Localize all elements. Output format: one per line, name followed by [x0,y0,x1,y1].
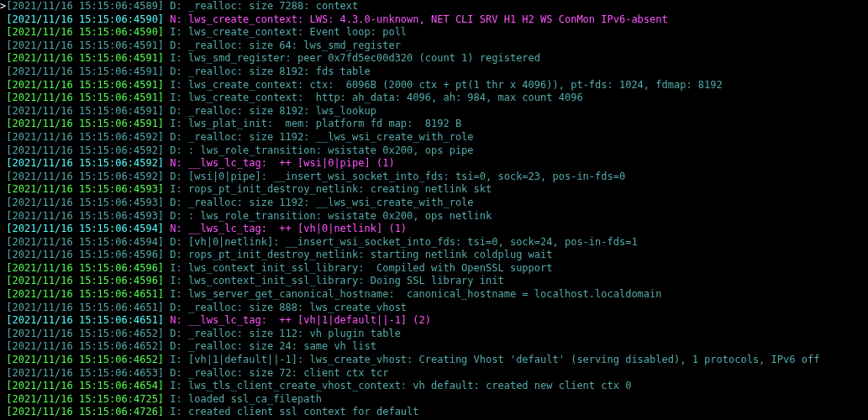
log-timestamp: [2021/11/16 15:15:06:4651] [6,314,164,326]
log-level: I: [170,354,181,365]
log-level: I: [170,79,181,91]
log-line: [2021/11/16 15:15:06:4593] D: : lws_role… [0,210,868,223]
log-message: lws_tls_client_create_vhost_context: vh … [188,380,631,391]
log-line: [2021/11/16 15:15:06:4651] D: _realloc: … [0,302,868,315]
log-level: D: [170,340,181,352]
log-timestamp: [2021/11/16 15:15:06:4651] [6,288,164,300]
log-message: loaded ssl_ca_filepath [188,393,322,405]
log-timestamp: [2021/11/16 15:15:06:4651] [6,302,164,313]
log-level: I: [170,183,181,195]
log-message: [vh|1|default||-1]: lws_create_vhost: Cr… [188,354,819,365]
log-level: N: [170,157,181,169]
log-message: : lws_role_transition: wsistate 0x200, o… [188,144,474,156]
log-message: lws_create_context: http: ah_data: 4096,… [188,92,583,103]
log-level: I: [170,92,181,103]
log-timestamp: [2021/11/16 15:15:06:4725] [6,393,164,405]
log-timestamp: [2021/11/16 15:15:06:4594] [6,236,164,248]
log-level: N: [170,314,181,326]
log-timestamp: [2021/11/16 15:15:06:4593] [6,197,164,208]
log-message: lws_context_init_ssl_library: Compiled w… [188,262,552,274]
log-timestamp: [2021/11/16 15:15:06:4653] [6,367,164,379]
log-line: [2021/11/16 15:15:06:4596] D: rops_pt_in… [0,249,868,262]
log-message: _realloc: size 1192: __lws_wsi_create_wi… [188,131,474,143]
log-level: D: [170,144,181,156]
log-level: D: [170,39,181,51]
log-timestamp: [2021/11/16 15:15:06:4591] [6,118,164,129]
log-level: I: [170,288,181,300]
log-line: [2021/11/16 15:15:06:4591] I: lws_plat_i… [0,118,868,131]
log-timestamp: [2021/11/16 15:15:06:4591] [6,39,164,51]
terminal-output: >[2021/11/16 15:15:06:4589] D: _realloc:… [0,0,868,420]
log-timestamp: [2021/11/16 15:15:06:4592] [6,131,164,143]
log-message: lws_plat_init: mem: platform fd map: 819… [188,118,461,129]
log-line: [2021/11/16 15:15:06:4652] I: [vh|1|defa… [0,354,868,367]
log-line: [2021/11/16 15:15:06:4592] N: __lws_lc_t… [0,157,868,171]
log-timestamp: [2021/11/16 15:15:06:4596] [6,249,164,260]
log-line: [2021/11/16 15:15:06:4654] I: lws_tls_cl… [0,380,868,393]
log-timestamp: [2021/11/16 15:15:06:4591] [6,92,164,103]
log-line: [2021/11/16 15:15:06:4591] D: _realloc: … [0,66,868,79]
log-timestamp: [2021/11/16 15:15:06:4596] [6,262,164,274]
log-level: I: [170,393,181,405]
log-level: D: [170,249,181,260]
log-level: I: [170,52,181,64]
log-message: lws_create_context: LWS: 4.3.0-unknown, … [188,13,668,25]
log-line: [2021/11/16 15:15:06:4594] D: [vh|0|netl… [0,236,868,249]
log-line: [2021/11/16 15:15:06:4653] D: _realloc: … [0,367,868,381]
log-level: I: [170,380,181,391]
log-level: D: [170,197,181,208]
log-message: _realloc: size 8192: lws_lookup [188,105,376,117]
log-line: [2021/11/16 15:15:06:4596] I: lws_contex… [0,275,868,288]
log-level: D: [170,328,181,339]
log-message: _realloc: size 24: same vh list [188,340,376,352]
log-line: >[2021/11/16 15:15:06:4589] D: _realloc:… [0,0,868,13]
log-message: _realloc: size 7288: context [188,0,358,12]
log-timestamp: [2021/11/16 15:15:06:4592] [6,171,164,182]
log-timestamp: [2021/11/16 15:15:06:4593] [6,210,164,222]
log-level: D: [170,105,181,117]
log-message: __lws_lc_tag: ++ [vh|1|default||-1] (2) [188,314,431,326]
log-timestamp: [2021/11/16 15:15:06:4591] [6,52,164,64]
log-level: D: [170,171,181,182]
log-timestamp: [2021/11/16 15:15:06:4652] [6,328,164,339]
log-level: I: [170,118,181,129]
log-line: [2021/11/16 15:15:06:4593] D: _realloc: … [0,197,868,210]
log-message: created client ssl context for default [188,406,419,417]
log-level: D: [170,66,181,77]
log-level: D: [170,367,181,379]
log-message: __lws_lc_tag: ++ [wsi|0|pipe] (1) [188,157,395,169]
log-level: D: [170,302,181,313]
log-timestamp: [2021/11/16 15:15:06:4589] [6,0,164,12]
log-line: [2021/11/16 15:15:06:4726] I: created cl… [0,406,868,419]
log-level: N: [170,13,181,25]
log-level: I: [170,275,181,286]
log-message: _realloc: size 8192: fds table [188,66,371,77]
log-line: [2021/11/16 15:15:06:4590] N: lws_create… [0,13,868,27]
log-line: [2021/11/16 15:15:06:4591] D: _realloc: … [0,105,868,118]
log-message: rops_pt_init_destroy_netlink: starting n… [188,249,552,260]
log-timestamp: [2021/11/16 15:15:06:4596] [6,275,164,286]
log-line: [2021/11/16 15:15:06:4652] D: _realloc: … [0,328,868,341]
log-line: [2021/11/16 15:15:06:4590] I: lws_create… [0,26,868,39]
log-timestamp: [2021/11/16 15:15:06:4591] [6,79,164,91]
log-line: [2021/11/16 15:15:06:4591] I: lws_smd_re… [0,52,868,66]
log-message: _realloc: size 1192: __lws_wsi_create_wi… [188,197,474,208]
log-level: N: [170,223,181,234]
log-timestamp: [2021/11/16 15:15:06:4593] [6,183,164,195]
log-message: __lws_lc_tag: ++ [vh|0|netlink] (1) [188,223,407,234]
log-line: [2021/11/16 15:15:06:4652] D: _realloc: … [0,340,868,354]
log-message: _realloc: size 72: client ctx tcr [188,367,388,379]
log-level: D: [170,210,181,222]
log-timestamp: [2021/11/16 15:15:06:4652] [6,354,164,365]
log-level: D: [170,131,181,143]
log-timestamp: [2021/11/16 15:15:06:4590] [6,13,164,25]
log-message: lws_context_init_ssl_library: Doing SSL … [188,275,504,286]
log-message: [vh|0|netlink]: __insert_wsi_socket_into… [188,236,638,248]
log-line: [2021/11/16 15:15:06:4593] I: rops_pt_in… [0,183,868,197]
log-timestamp: [2021/11/16 15:15:06:4592] [6,144,164,156]
log-level: I: [170,26,181,38]
log-level: D: [170,236,181,248]
log-message: _realloc: size 112: vh plugin table [188,328,401,339]
log-line: [2021/11/16 15:15:06:4651] I: lws_server… [0,288,868,302]
log-message: lws_create_context: ctx: 6096B (2000 ctx… [188,79,723,91]
